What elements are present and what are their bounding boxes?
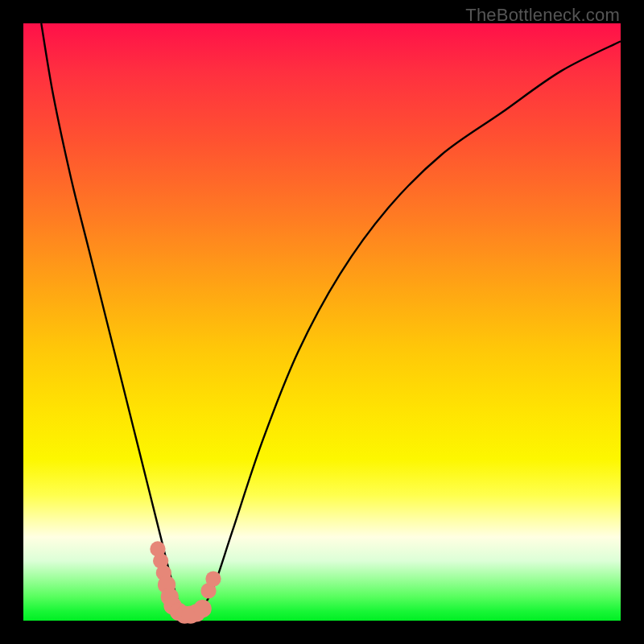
curve-marker	[205, 571, 221, 586]
curve-layer	[23, 23, 621, 621]
curve-marker	[193, 600, 211, 617]
curve-markers	[150, 541, 221, 623]
bottleneck-curve	[41, 23, 621, 621]
